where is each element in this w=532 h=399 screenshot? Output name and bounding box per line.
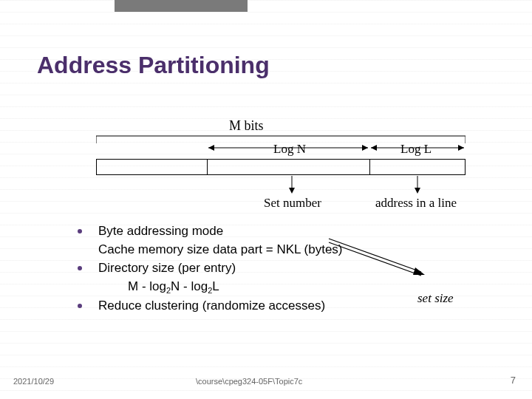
log-l-label: Log L	[400, 142, 432, 157]
log-n-label: Log N	[273, 142, 306, 157]
set-size-annotation: set size	[417, 291, 454, 306]
address-in-line-label: address in a line	[375, 196, 457, 211]
address-box	[96, 159, 466, 175]
page-title: Address Partitioning	[37, 52, 270, 79]
svg-marker-10	[289, 188, 295, 194]
svg-marker-5	[362, 145, 368, 151]
top-accent-bar	[115, 0, 248, 12]
svg-marker-7	[371, 145, 377, 151]
bullet-dot	[78, 229, 82, 233]
footer-page-number: 7	[511, 375, 516, 386]
footer-path: \course\cpeg324-05F\Topic7c	[196, 377, 302, 386]
bullet-text: Cache memory size data part = NKL (bytes…	[98, 242, 343, 259]
bullet-dot	[78, 266, 82, 270]
field-divider-2	[369, 159, 370, 175]
field-divider-1	[207, 159, 208, 175]
bullet-text: Byte addressing mode	[98, 223, 223, 240]
bullet-text: Directory size (per entry)	[98, 260, 236, 277]
bullet-dot	[78, 304, 82, 308]
bullet-text: M - log2N - log2L	[98, 279, 219, 296]
svg-marker-4	[208, 145, 214, 151]
m-bits-label: M bits	[229, 118, 264, 134]
bullet-list: Byte addressing mode Cache memory size d…	[78, 223, 462, 316]
footer-date: 2021/10/29	[13, 377, 54, 386]
bullet-text: Reduce clustering (randomize accesses)	[98, 298, 325, 315]
svg-marker-8	[458, 145, 464, 151]
address-diagram: Log N Log L Set number address in a line	[96, 133, 466, 207]
svg-marker-12	[415, 188, 420, 194]
set-number-label: Set number	[264, 196, 321, 211]
